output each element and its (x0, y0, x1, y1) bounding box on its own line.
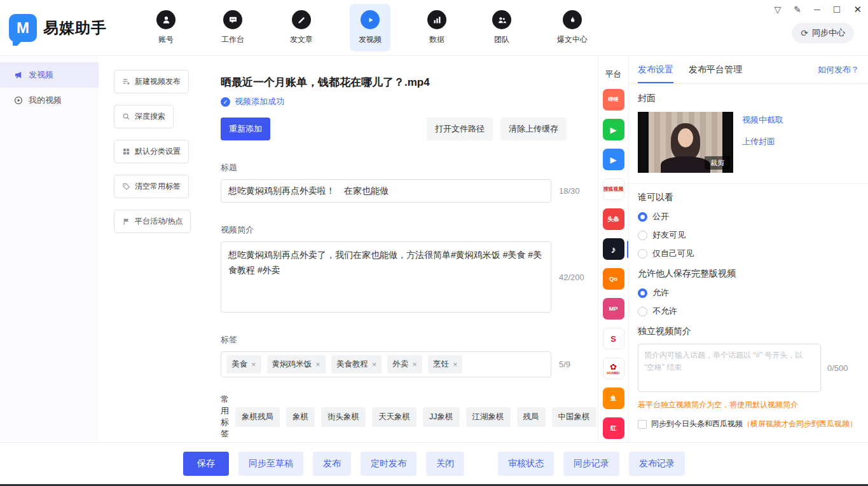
tags-input-box[interactable]: 美食× 黄焖鸡米饭× 美食教程× 外卖× 烹饪× (221, 351, 551, 377)
radio-label: 仅自己可见 (652, 248, 694, 259)
remove-tag-icon[interactable]: × (251, 360, 256, 368)
tab-publish-settings[interactable]: 发布设置 (638, 56, 673, 83)
chart-icon (427, 10, 446, 29)
nav-tab-label: 账号 (158, 34, 174, 45)
nav-tab-workbench[interactable]: 工作台 (212, 4, 253, 51)
default-category-settings-button[interactable]: 默认分类设置 (114, 140, 189, 163)
tag-chip[interactable]: 美食× (226, 355, 261, 374)
save-button[interactable]: 保存 (183, 452, 229, 476)
sync-toutiao-checkbox[interactable] (638, 420, 647, 429)
scheduled-publish-button[interactable]: 定时发布 (361, 452, 417, 476)
platform-douyin[interactable]: ♪ (603, 238, 624, 260)
platform-iqiyi[interactable]: ▶ (603, 119, 624, 140)
tag-chip[interactable]: 黄焖鸡米饭× (267, 355, 326, 374)
dropdown-icon[interactable]: ▽ (774, 4, 781, 15)
platform-activity-button[interactable]: 平台活动/热点 (114, 210, 191, 233)
clear-upload-cache-button[interactable]: 清除上传缓存 (500, 118, 567, 140)
toutiao-icon: 头条 (607, 216, 619, 222)
open-file-path-button[interactable]: 打开文件路径 (427, 118, 493, 140)
tag-label: 美食 (231, 359, 247, 370)
visibility-option-friends[interactable]: 好友可见 (638, 229, 859, 241)
publish-button[interactable]: 发布 (313, 452, 351, 476)
visibility-option-public[interactable]: 公开 (638, 211, 859, 222)
nav-tab-account[interactable]: 账号 (148, 4, 184, 51)
file-actions-row: 重新添加 打开文件路径 清除上传缓存 (221, 118, 567, 140)
flame-icon (563, 10, 582, 29)
tag-label: 美食教程 (336, 359, 368, 370)
nav-tab-publish-video[interactable]: 发视频 (350, 4, 390, 51)
remove-tag-icon[interactable]: × (315, 360, 320, 368)
capture-from-video-link[interactable]: 视频中截取 (742, 114, 783, 126)
independent-desc-textarea[interactable] (638, 344, 821, 392)
platform-bilibili[interactable]: 哔哩 (603, 89, 624, 111)
description-counter: 42/200 (559, 273, 584, 282)
platform-dayu[interactable]: 鱼 (603, 388, 624, 409)
tag-chip[interactable]: 外卖× (387, 355, 422, 374)
platform-huawei[interactable]: ✿HUAWEI (603, 358, 624, 379)
tools-column: 新建视频发布 深度搜索 默认分类设置 清空常用标签 平台活动/热点 (99, 56, 213, 442)
sidebar-item-my-videos[interactable]: 我的视频 (0, 88, 99, 113)
sync-records-button[interactable]: 同步记录 (563, 452, 619, 476)
platform-toutiao[interactable]: 头条 (603, 208, 624, 230)
remove-tag-icon[interactable]: × (412, 360, 417, 368)
re-add-button[interactable]: 重新添加 (221, 118, 270, 140)
video-file-title: 晒最近一个月账单，钱都花在哪儿了？.mp4 (221, 75, 588, 90)
common-tag[interactable]: 象棋残局 (235, 407, 280, 427)
platform-haokan[interactable]: ▶ (603, 149, 624, 170)
screenshot-edit-icon[interactable]: ✎ (794, 4, 801, 15)
sidebar-item-publish-video[interactable]: 发视频 (0, 62, 99, 88)
platform-weixin-mp[interactable]: MP (603, 298, 624, 320)
common-tag[interactable]: 中国象棋 (552, 407, 596, 427)
platform-qie[interactable]: Qo (603, 268, 624, 290)
nav-tab-data[interactable]: 数据 (418, 4, 455, 51)
pen-icon (292, 10, 311, 29)
common-tag[interactable]: 街头象棋 (321, 407, 366, 427)
common-tag[interactable]: 残局 (517, 407, 546, 427)
nav-tab-hot-center[interactable]: 爆文中心 (548, 4, 596, 51)
upload-cover-link[interactable]: 上传封面 (742, 136, 783, 147)
save-option-deny[interactable]: 不允许 (638, 306, 859, 317)
qie-icon: Qo (609, 276, 617, 282)
close-button[interactable]: 关闭 (426, 452, 464, 476)
close-icon[interactable]: ✕ (853, 4, 862, 15)
sync-center-button[interactable]: ⟳ 同步中心 (792, 23, 854, 43)
title-input[interactable] (221, 179, 551, 203)
crop-button[interactable]: 裁剪 (705, 156, 730, 170)
cover-thumbnail[interactable]: 裁剪 (638, 112, 733, 173)
new-list-icon (122, 78, 130, 86)
nav-tab-publish-article[interactable]: 发文章 (281, 4, 322, 51)
check-icon: ✓ (221, 97, 230, 107)
iqiyi-play-icon: ▶ (610, 126, 617, 134)
publish-records-button[interactable]: 发布记录 (629, 452, 685, 476)
minimize-icon[interactable]: ─ (814, 4, 820, 15)
save-option-allow[interactable]: 允许 (638, 287, 859, 299)
platform-sohu-video[interactable]: 搜狐视频 (603, 179, 624, 200)
save-permission-section: 允许他人保存完整版视频 允许 不允许 (629, 259, 868, 317)
tag-chip[interactable]: 烹饪× (428, 355, 463, 374)
play-icon (361, 10, 380, 29)
tab-platform-management[interactable]: 发布平台管理 (689, 56, 742, 83)
how-to-publish-link[interactable]: 如何发布？ (818, 64, 859, 76)
tag-label: 黄焖鸡米饭 (272, 359, 312, 370)
clear-common-tags-button[interactable]: 清空常用标签 (114, 175, 189, 198)
tag-chip[interactable]: 美食教程× (331, 355, 382, 374)
maximize-icon[interactable]: ☐ (833, 4, 841, 15)
visibility-option-private[interactable]: 仅自己可见 (638, 248, 859, 259)
sync-to-draft-button[interactable]: 同步至草稿 (238, 452, 303, 476)
common-tag[interactable]: 江湖象棋 (466, 407, 511, 427)
common-tag[interactable]: 天天象棋 (372, 407, 417, 427)
platform-xiaohongshu[interactable]: 红 (603, 417, 624, 439)
remove-tag-icon[interactable]: × (453, 360, 458, 368)
nav-tab-team[interactable]: 团队 (483, 4, 520, 51)
bilibili-icon: 哔哩 (609, 97, 619, 102)
tool-label: 清空常用标签 (135, 181, 181, 192)
remove-tag-icon[interactable]: × (372, 360, 377, 368)
common-tag[interactable]: JJ象棋 (423, 407, 460, 427)
new-video-publish-button[interactable]: 新建视频发布 (114, 70, 189, 93)
description-textarea[interactable]: 想吃黄焖鸡别再点外卖了，我们在家也能做，方法很简单#黄焖鸡米饭 #美食 #美食教… (221, 241, 551, 313)
review-status-button[interactable]: 审核状态 (498, 452, 554, 476)
common-tag[interactable]: 象棋 (286, 407, 315, 427)
deep-search-button[interactable]: 深度搜索 (114, 105, 174, 128)
radio-label: 公开 (652, 211, 669, 222)
platform-sina[interactable]: S (603, 328, 624, 349)
